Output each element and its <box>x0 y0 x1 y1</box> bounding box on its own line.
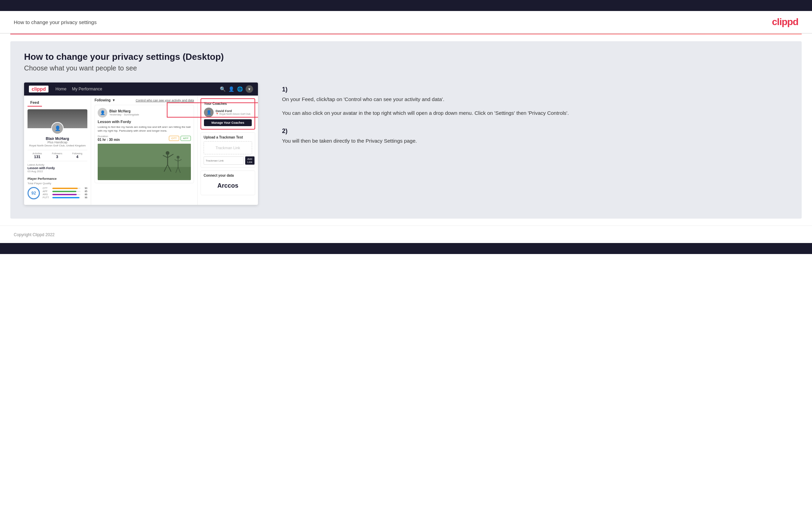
step2-number: 2) <box>282 128 788 135</box>
chevron-down-icon: ▼ <box>112 98 116 102</box>
profile-handicap: Plus Handicap <box>29 141 86 144</box>
latest-activity: Latest Activity Lesson with Fordy 03 Aug… <box>28 161 87 175</box>
trackman-input[interactable] <box>204 156 244 165</box>
app-logo: clippd <box>29 86 48 92</box>
following-button[interactable]: Following ▼ <box>95 98 116 102</box>
activity-card: 👤 Blair McHarg Yesterday · Sunningdale L… <box>95 105 194 183</box>
metric-arg: ARG 86 <box>43 193 87 196</box>
coaches-section: Your Coaches 👤 David Ford 📍 Royal North … <box>201 98 255 130</box>
metric-app: APP 85 <box>43 190 87 192</box>
duration-row: Duration 01 hr : 30 min OTT APP <box>98 135 191 142</box>
header-separator <box>10 34 802 34</box>
stat-followers: Followers 3 <box>52 152 62 159</box>
following-label: Following <box>95 98 111 102</box>
metric-app-bar <box>52 191 80 192</box>
golf-scene-svg <box>98 144 191 179</box>
app-right-panel: Your Coaches 👤 David Ford 📍 Royal North … <box>198 96 258 205</box>
footer: Copyright Clippd 2022 <box>0 225 812 243</box>
metric-arg-bar <box>52 194 80 195</box>
metric-ott: OTT 90 <box>43 187 87 189</box>
stat-activities: Activities 131 <box>32 152 42 159</box>
metric-putt-value: 96 <box>82 196 87 199</box>
metric-putt-bar <box>52 197 80 198</box>
metric-ott-fill <box>52 188 78 189</box>
app-nav-icons: 🔍 👤 🌐 ▼ <box>220 85 253 93</box>
trackman-placeholder: Trackman Link <box>204 141 252 154</box>
manage-coaches-button[interactable]: Manage Your Coaches <box>204 119 252 126</box>
main-subtitle: Choose what you want people to see <box>24 64 788 72</box>
latest-activity-title: Lesson with Fordy <box>28 166 87 170</box>
activity-user-avatar: 👤 <box>98 108 107 118</box>
footer-text: Copyright Clippd 2022 <box>14 232 55 237</box>
profile-club: Royal North Devon Golf Club, United King… <box>29 144 86 147</box>
coach-club-name: Royal North Devon Golf Club <box>219 113 250 115</box>
metric-app-fill <box>52 191 76 192</box>
activity-image <box>98 144 191 180</box>
activity-user-name: Blair McHarg <box>109 109 139 113</box>
app-screenshot: clippd Home My Performance 🔍 👤 🌐 ▼ <box>24 82 258 205</box>
activity-header: 👤 Blair McHarg Yesterday · Sunningdale <box>98 108 191 118</box>
stat-following: Following 4 <box>72 152 83 159</box>
svg-point-2 <box>166 151 170 155</box>
demo-area: clippd Home My Performance 🔍 👤 🌐 ▼ <box>24 82 788 205</box>
activity-user-info: Blair McHarg Yesterday · Sunningdale <box>109 109 139 116</box>
metric-app-label: APP <box>43 190 51 192</box>
stat-following-value: 4 <box>72 155 83 159</box>
app-sidebar: Feed 👤 Blair McHarg Plus Handicap Royal … <box>24 96 91 205</box>
metric-ott-label: OTT <box>43 187 51 189</box>
svg-point-8 <box>177 156 180 159</box>
stat-followers-label: Followers <box>52 152 62 155</box>
app-nav: clippd Home My Performance 🔍 👤 🌐 ▼ <box>24 82 258 96</box>
pin-icon: 📍 <box>216 113 219 115</box>
player-performance: Player Performance Total Player Quality … <box>28 175 87 201</box>
search-icon[interactable]: 🔍 <box>220 86 226 92</box>
coach-avatar: 👤 <box>204 108 214 117</box>
app-nav-links: Home My Performance <box>55 87 213 91</box>
trackman-input-row: Add Link <box>204 156 252 165</box>
bottom-bar <box>0 243 812 254</box>
app-main: Following ▼ Control who can see your act… <box>91 96 198 205</box>
connect-title: Connect your data <box>204 174 252 177</box>
latest-activity-label: Latest Activity <box>28 163 87 166</box>
user-avatar-btn[interactable]: ▼ <box>246 85 253 93</box>
metrics: OTT 90 APP <box>43 187 87 199</box>
instruction-step1: 1) On your Feed, click/tap on 'Control w… <box>282 86 788 117</box>
add-link-button[interactable]: Add Link <box>245 156 255 165</box>
metric-putt-label: PUTT <box>43 196 51 199</box>
step1-number: 1) <box>282 86 788 93</box>
main-content: How to change your privacy settings (Des… <box>10 41 802 219</box>
profile-stats: Activities 131 Followers 3 Following 4 <box>28 150 87 161</box>
total-quality-label: Total Player Quality <box>28 182 87 185</box>
person-icon[interactable]: 👤 <box>228 86 234 92</box>
connect-section: Connect your data Arccos <box>201 170 255 195</box>
step1-text-2: You can also click on your avatar in the… <box>282 109 788 117</box>
stat-activities-label: Activities <box>32 152 42 155</box>
top-bar <box>0 0 812 11</box>
stat-following-label: Following <box>72 152 83 155</box>
feed-tab[interactable]: Feed <box>28 99 42 107</box>
arccos-brand: Arccos <box>204 179 252 192</box>
profile-banner: 👤 <box>28 109 87 128</box>
control-who-link[interactable]: Control who can see your activity and da… <box>136 99 194 102</box>
clippd-logo: clippd <box>772 16 798 27</box>
metric-arg-label: ARG <box>43 193 51 196</box>
metric-ott-bar <box>52 188 80 189</box>
duration-value: 01 hr : 30 min <box>98 138 120 142</box>
perf-title: Player Performance <box>28 177 87 180</box>
coach-item: 👤 David Ford 📍 Royal North Devon Golf Cl… <box>204 108 252 117</box>
tag-buttons: OTT APP <box>169 136 191 141</box>
globe-icon[interactable]: 🌐 <box>237 86 243 92</box>
metric-putt: PUTT 96 <box>43 196 87 199</box>
tag-ott: OTT <box>169 136 179 141</box>
main-title: How to change your privacy settings (Des… <box>24 52 788 62</box>
nav-my-performance[interactable]: My Performance <box>72 87 102 91</box>
score-circle: 92 <box>28 187 40 199</box>
duration-info: Duration 01 hr : 30 min <box>98 135 120 142</box>
nav-home[interactable]: Home <box>55 87 66 91</box>
page-breadcrumb: How to change your privacy settings <box>14 19 97 25</box>
metric-arg-fill <box>52 194 77 195</box>
duration-label: Duration <box>98 135 120 138</box>
metric-putt-fill <box>52 197 79 198</box>
activity-title: Lesson with Fordy <box>98 120 191 124</box>
tag-app: APP <box>181 136 191 141</box>
